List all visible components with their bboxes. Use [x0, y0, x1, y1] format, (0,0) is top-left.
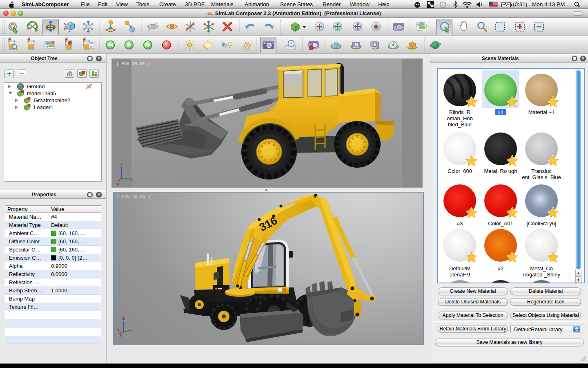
svg-text:X: X: [120, 334, 122, 338]
svg-text:Y: Y: [117, 329, 120, 333]
svg-text:Y: Y: [130, 178, 133, 182]
svg-text:X: X: [117, 182, 119, 186]
svg-text:Z: Z: [120, 163, 123, 167]
svg-text:Z: Z: [122, 317, 125, 321]
svg-text:1: 1: [430, 3, 432, 7]
